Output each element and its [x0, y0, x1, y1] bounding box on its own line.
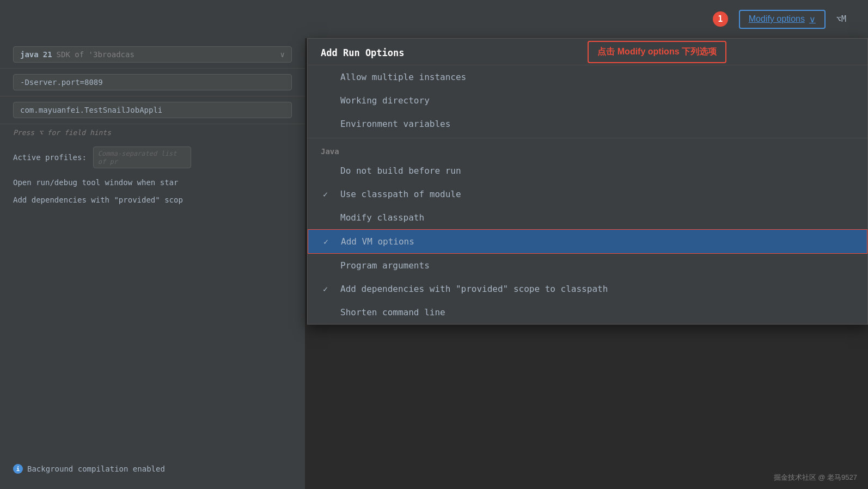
sdk-row: java 21 SDK of '3broadcas ∨	[0, 41, 305, 69]
sdk-version: 21	[43, 50, 52, 59]
list-item[interactable]: Modify classpath	[308, 206, 867, 229]
vm-options-field[interactable]: -Dserver.port=8089	[13, 74, 292, 90]
watermark: 掘金技术社区 @ 老马9527	[774, 473, 857, 482]
checkmark-icon: ✓	[323, 190, 328, 199]
list-item[interactable]: ✓ Add dependencies with "provided" scope…	[308, 277, 867, 301]
list-item[interactable]: Environment variables	[308, 112, 867, 136]
active-profiles-row: Active profiles: Comma-separated list of…	[0, 141, 305, 174]
build-run-panel: Build and run java 21 SDK of '3broadcas …	[0, 0, 305, 489]
annotation-modify-options: 点击 Modify options 下列选项	[588, 41, 726, 63]
checkmark-icon: ✓	[323, 237, 328, 247]
list-item[interactable]: Working directory	[308, 89, 867, 112]
step-badge-1: 1	[713, 11, 728, 27]
java-label: java	[20, 50, 39, 59]
sdk-info: SDK of '3broadcas	[57, 50, 135, 59]
chevron-down-icon: ∨	[809, 14, 816, 25]
list-item[interactable]: ✓ Use classpath of module	[308, 182, 867, 206]
info-icon: i	[13, 464, 23, 474]
menu-item-label: Shorten command line	[340, 307, 445, 317]
sdk-selector[interactable]: java 21 SDK of '3broadcas ∨	[13, 46, 292, 63]
menu-item-label: Environment variables	[340, 119, 450, 129]
dropdown-menu: Add Run Options Allow multiple instances…	[307, 38, 868, 325]
section-header-java: Java	[308, 140, 867, 159]
open-debug-window-text: Open run/debug tool window when star	[13, 178, 178, 187]
menu-item-label: Use classpath of module	[340, 189, 461, 199]
menu-item-label: Modify classpath	[340, 212, 424, 223]
add-dependencies-text: Add dependencies with "provided" scop	[13, 195, 183, 204]
main-class-field[interactable]: com.mayuanfei.TestSnailJobAppli	[13, 102, 292, 118]
open-debug-window-row: Open run/debug tool window when star	[0, 174, 305, 191]
shortcut-hint: ⌥M	[836, 14, 846, 24]
checkmark-icon: ✓	[323, 284, 328, 294]
active-profiles-input[interactable]: Comma-separated list of pr	[93, 146, 191, 168]
modify-options-label: Modify options	[749, 14, 805, 24]
divider	[308, 138, 867, 138]
list-item[interactable]: Shorten command line	[308, 301, 867, 324]
top-bar: 1 Modify options ∨ ⌥M	[0, 0, 868, 38]
list-item[interactable]: Program arguments	[308, 254, 867, 277]
chevron-icon: ∨	[280, 50, 285, 59]
add-vm-options-item[interactable]: ✓ Add VM options 2 选中 Add VM options选择点	[308, 229, 867, 254]
vm-options-row: -Dserver.port=8089	[0, 69, 305, 96]
list-item[interactable]: Do not build before run	[308, 159, 867, 182]
active-profiles-label: Active profiles:	[13, 153, 87, 162]
menu-item-label: Working directory	[340, 95, 430, 106]
background-compilation-text: Background compilation enabled	[27, 464, 165, 473]
modify-options-button[interactable]: Modify options ∨	[739, 10, 826, 29]
field-hint: Press ⌥ for field hints	[0, 124, 305, 141]
menu-item-label: Add dependencies with "provided" scope t…	[340, 284, 608, 294]
menu-item-label: Allow multiple instances	[340, 72, 466, 82]
menu-item-label: Do not build before run	[340, 166, 461, 176]
menu-item-label: Add VM options	[341, 236, 414, 247]
background-compilation-row: i Background compilation enabled	[0, 460, 305, 478]
list-item[interactable]: Allow multiple instances	[308, 65, 867, 89]
add-dependencies-row: Add dependencies with "provided" scop	[0, 191, 305, 209]
main-class-row: com.mayuanfei.TestSnailJobAppli	[0, 96, 305, 124]
active-profiles-placeholder: Comma-separated list of pr	[98, 150, 177, 166]
menu-item-label: Program arguments	[340, 260, 430, 271]
